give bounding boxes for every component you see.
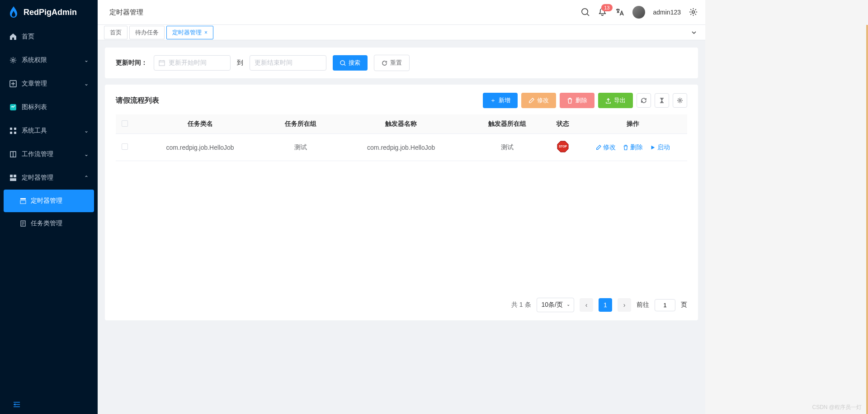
upload-icon <box>605 98 611 104</box>
goto-label: 前往 <box>637 301 649 309</box>
start-date-input[interactable]: 更新开始时间 <box>154 55 231 71</box>
tabs-bar: 首页 待办任务 定时器管理× <box>98 25 705 40</box>
notification-badge: 13 <box>601 4 612 11</box>
tabs-more-icon[interactable] <box>689 28 699 38</box>
tab-timer[interactable]: 定时器管理× <box>166 26 213 39</box>
chevron-up-icon: ⌃ <box>84 175 89 181</box>
delete-button[interactable]: 删除 <box>560 93 594 108</box>
sidebar-subitem-timer-mgmt[interactable]: 定时器管理 <box>4 190 94 212</box>
avatar[interactable] <box>632 6 645 19</box>
svg-rect-12 <box>20 200 26 204</box>
main: 定时器管理 13 admin123 首页 待办任务 定时器管理× <box>98 0 705 414</box>
goto-input[interactable] <box>655 299 675 311</box>
table-row: com.redpig.job.HelloJob 测试 com.redpig.jo… <box>116 134 687 161</box>
row-start-button[interactable]: 启动 <box>650 143 670 152</box>
settings-tool-icon[interactable] <box>673 93 687 108</box>
sidebar-footer <box>0 395 98 414</box>
svg-rect-16 <box>159 61 165 66</box>
add-button[interactable]: ＋新增 <box>483 93 518 108</box>
home-icon <box>9 33 17 40</box>
plus-icon: ＋ <box>490 96 496 105</box>
next-page-button[interactable]: › <box>618 298 631 312</box>
collapse-icon[interactable] <box>13 401 85 408</box>
plus-square-icon <box>9 80 17 87</box>
document-icon <box>20 220 27 227</box>
window-icon <box>20 198 27 204</box>
select-all-checkbox[interactable] <box>122 120 128 127</box>
th-trigger-group: 触发器所在组 <box>467 114 547 134</box>
search-icon[interactable] <box>581 8 590 17</box>
th-group: 任务所在组 <box>266 114 335 134</box>
page-number-button[interactable]: 1 <box>599 298 612 312</box>
settings-icon[interactable] <box>689 8 698 17</box>
export-button[interactable]: 导出 <box>598 93 633 108</box>
content: 更新时间： 更新开始时间 到 更新结束时间 搜索 重置 <box>98 40 705 414</box>
brand-logo[interactable]: RedPigAdmin <box>0 0 98 25</box>
brand-text: RedPigAdmin <box>24 8 77 17</box>
search-button[interactable]: 搜索 <box>333 55 368 71</box>
side-accent <box>866 25 868 414</box>
bell-icon[interactable]: 13 <box>598 8 607 17</box>
sidebar: RedPigAdmin 首页 系统权限 ⌄ 文章管理 ⌄ 图标列表 <box>0 0 98 414</box>
edit-button[interactable]: 修改 <box>521 93 556 108</box>
end-date-input[interactable]: 更新结束时间 <box>250 55 326 71</box>
search-icon <box>340 60 346 66</box>
card-header: 请假流程列表 ＋新增 修改 删除 导出 <box>116 93 687 108</box>
svg-point-14 <box>581 9 587 14</box>
cell-class: com.redpig.job.HelloJob <box>134 134 266 161</box>
page-size-select[interactable]: 10条/页 ⌄ <box>537 298 574 312</box>
sidebar-item-tools[interactable]: 系统工具 ⌄ <box>0 119 98 143</box>
card-title: 请假流程列表 <box>116 96 483 105</box>
chevron-down-icon: ⌄ <box>84 128 89 134</box>
grid-icon <box>9 104 17 111</box>
row-checkbox[interactable] <box>122 143 128 150</box>
row-delete-button[interactable]: 删除 <box>623 143 643 152</box>
sidebar-item-icons[interactable]: 图标列表 <box>0 95 98 119</box>
svg-point-17 <box>340 60 344 64</box>
cell-actions: 修改 删除 启动 <box>579 134 687 161</box>
sidebar-subitem-task-mgmt[interactable]: 任务类管理 <box>0 212 98 235</box>
trash-icon <box>567 98 573 104</box>
page-title: 定时器管理 <box>109 8 581 17</box>
tools-icon <box>9 127 17 134</box>
svg-rect-4 <box>14 128 16 130</box>
svg-text:STOP: STOP <box>559 145 567 148</box>
list-card: 请假流程列表 ＋新增 修改 删除 导出 <box>105 85 698 320</box>
sidebar-item-articles[interactable]: 文章管理 ⌄ <box>0 72 98 95</box>
svg-rect-11 <box>20 198 26 200</box>
page-suffix: 页 <box>681 301 687 309</box>
cell-group: 测试 <box>266 134 335 161</box>
row-edit-button[interactable]: 修改 <box>596 143 616 152</box>
stop-icon: STOP <box>557 140 569 153</box>
translate-icon[interactable] <box>615 8 624 17</box>
close-icon[interactable]: × <box>204 29 208 36</box>
sidebar-item-workflow[interactable]: 工作流管理 ⌄ <box>0 143 98 166</box>
tab-home[interactable]: 首页 <box>104 26 127 39</box>
filter-to: 到 <box>237 59 243 67</box>
svg-rect-10 <box>10 178 16 181</box>
sidebar-menu: 首页 系统权限 ⌄ 文章管理 ⌄ 图标列表 系统工具 ⌄ <box>0 25 98 395</box>
prev-page-button[interactable]: ‹ <box>580 298 593 312</box>
th-status: 状态 <box>547 114 579 134</box>
refresh-tool-icon[interactable] <box>637 93 651 108</box>
calendar-icon <box>159 60 165 66</box>
svg-rect-6 <box>14 132 16 134</box>
th-actions: 操作 <box>579 114 687 134</box>
book-icon <box>9 151 17 158</box>
username[interactable]: admin123 <box>653 9 681 16</box>
watermark: CSDN @程序员一灯 <box>812 404 862 411</box>
sidebar-item-timer[interactable]: 定时器管理 ⌃ <box>0 166 98 190</box>
svg-rect-8 <box>10 175 13 177</box>
sidebar-item-permissions[interactable]: 系统权限 ⌄ <box>0 48 98 72</box>
th-trigger: 触发器名称 <box>335 114 467 134</box>
sidebar-item-home[interactable]: 首页 <box>0 25 98 48</box>
column-tool-icon[interactable] <box>655 93 669 108</box>
svg-point-0 <box>12 59 14 62</box>
filter-bar: 更新时间： 更新开始时间 到 更新结束时间 搜索 重置 <box>105 48 698 78</box>
tab-todo[interactable]: 待办任务 <box>129 26 165 39</box>
svg-rect-3 <box>10 128 12 130</box>
svg-point-15 <box>692 11 695 14</box>
svg-point-18 <box>679 100 681 101</box>
chevron-down-icon: ⌄ <box>84 151 89 157</box>
reset-button[interactable]: 重置 <box>374 55 410 71</box>
